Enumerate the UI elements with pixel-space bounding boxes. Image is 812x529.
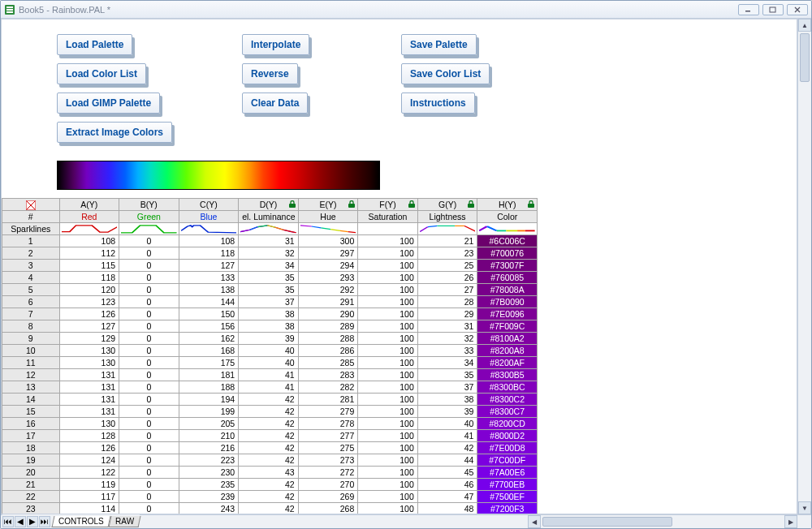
data-rows[interactable]: 110801083130010021#6C006C211201183229710… (2, 235, 538, 514)
cell-lightness[interactable]: 38 (417, 394, 477, 406)
cell-color[interactable]: #6C006C (477, 235, 538, 247)
cell-lightness[interactable]: 25 (417, 260, 477, 272)
table-row[interactable]: 411801333529310026#760085 (2, 272, 538, 284)
cell-green[interactable]: 0 (119, 442, 179, 454)
cell-red[interactable]: 117 (59, 491, 119, 503)
col-header-C[interactable]: C(Y) (179, 199, 239, 211)
col-header-F[interactable]: F(Y) (358, 199, 418, 211)
close-button[interactable] (787, 4, 808, 15)
cell-blue[interactable]: 188 (179, 381, 239, 394)
cell-lightness[interactable]: 39 (417, 406, 477, 418)
cell-green[interactable]: 0 (119, 308, 179, 320)
cell-hue[interactable]: 269 (298, 491, 358, 503)
cell-green[interactable]: 0 (119, 406, 179, 418)
row-header[interactable]: 8 (2, 320, 60, 333)
row-header[interactable]: 1 (2, 235, 60, 247)
col-label-luminance[interactable]: el. Luminance (239, 211, 299, 223)
col-label-lightness[interactable]: Lightness (417, 211, 477, 223)
table-row[interactable]: 2111902354227010046#7700EB (2, 479, 538, 491)
cell-red[interactable]: 123 (59, 296, 119, 308)
table-row[interactable]: 712601503829010029#7E0096 (2, 308, 538, 320)
cell-red[interactable]: 114 (59, 503, 119, 514)
cell-color[interactable]: #8300BC (477, 381, 538, 394)
cell-green[interactable]: 0 (119, 381, 179, 394)
table-row[interactable]: 812701563828910031#7F009C (2, 320, 538, 333)
cell-blue[interactable]: 156 (179, 320, 239, 333)
cell-green[interactable]: 0 (119, 491, 179, 503)
cell-green[interactable]: 0 (119, 320, 179, 333)
tab-raw[interactable]: RAW (108, 516, 140, 527)
cell-saturation[interactable]: 100 (358, 235, 418, 247)
cell-color[interactable]: #8200AF (477, 357, 538, 369)
row-header[interactable]: 18 (2, 442, 60, 454)
cell-saturation[interactable]: 100 (358, 479, 418, 491)
tab-last-button[interactable]: ⏭ (39, 516, 50, 527)
cell-luminance[interactable]: 40 (239, 357, 299, 369)
cell-lightness[interactable]: 44 (417, 454, 477, 467)
cell-lightness[interactable]: 41 (417, 430, 477, 442)
table-row[interactable]: 512001383529210027#78008A (2, 284, 538, 296)
row-header[interactable]: 13 (2, 381, 60, 394)
cell-lightness[interactable]: 29 (417, 308, 477, 320)
cell-blue[interactable]: 239 (179, 491, 239, 503)
cell-color[interactable]: #7E00D8 (477, 442, 538, 454)
cell-luminance[interactable]: 34 (239, 260, 299, 272)
table-row[interactable]: 1013001684028610033#8200A8 (2, 345, 538, 357)
table-row[interactable]: 1513101994227910039#8300C7 (2, 406, 538, 418)
cell-luminance[interactable]: 41 (239, 369, 299, 381)
cell-luminance[interactable]: 32 (239, 247, 299, 260)
col-label-blue[interactable]: Blue (179, 211, 239, 223)
cell-luminance[interactable]: 42 (239, 491, 299, 503)
cell-color[interactable]: #7B0090 (477, 296, 538, 308)
sparklines-header[interactable]: Sparklines (2, 223, 60, 235)
table-row[interactable]: 110801083130010021#6C006C (2, 235, 538, 247)
cell-luminance[interactable]: 42 (239, 394, 299, 406)
cell-red[interactable]: 127 (59, 320, 119, 333)
cell-hue[interactable]: 281 (298, 394, 358, 406)
cell-luminance[interactable]: 37 (239, 296, 299, 308)
cell-color[interactable]: #7A00E6 (477, 467, 538, 479)
cell-saturation[interactable]: 100 (358, 503, 418, 514)
cell-hue[interactable]: 293 (298, 272, 358, 284)
table-row[interactable]: 1613002054227810040#8200CD (2, 418, 538, 430)
cell-saturation[interactable]: 100 (358, 381, 418, 394)
row-header[interactable]: 7 (2, 308, 60, 320)
cell-blue[interactable]: 235 (179, 479, 239, 491)
cell-saturation[interactable]: 100 (358, 491, 418, 503)
col-label-color[interactable]: Color (477, 211, 538, 223)
row-header[interactable]: 3 (2, 260, 60, 272)
scroll-down-button[interactable]: ▼ (798, 501, 811, 514)
cell-blue[interactable]: 168 (179, 345, 239, 357)
cell-hue[interactable]: 277 (298, 430, 358, 442)
cell-blue[interactable]: 118 (179, 247, 239, 260)
cell-luminance[interactable]: 42 (239, 406, 299, 418)
cell-red[interactable]: 130 (59, 418, 119, 430)
cell-luminance[interactable]: 41 (239, 381, 299, 394)
cell-color[interactable]: #7E0096 (477, 308, 538, 320)
save-palette-button[interactable]: Save Palette (401, 34, 477, 55)
cell-color[interactable]: #73007F (477, 260, 538, 272)
cell-color[interactable]: #7F009C (477, 320, 538, 333)
scroll-up-button[interactable]: ▲ (798, 19, 811, 32)
cell-red[interactable]: 131 (59, 369, 119, 381)
col-header-D[interactable]: D(Y) (239, 199, 299, 211)
cell-lightness[interactable]: 31 (417, 320, 477, 333)
cell-color[interactable]: #7C00DF (477, 454, 538, 467)
cell-color[interactable]: #8300C7 (477, 406, 538, 418)
cell-color[interactable]: #7200F3 (477, 503, 538, 514)
cell-blue[interactable]: 150 (179, 308, 239, 320)
col-label-red[interactable]: Red (59, 211, 119, 223)
save-color-list-button[interactable]: Save Color List (401, 63, 490, 84)
cell-hue[interactable]: 272 (298, 467, 358, 479)
cell-red[interactable]: 126 (59, 308, 119, 320)
cell-red[interactable]: 131 (59, 406, 119, 418)
cell-blue[interactable]: 144 (179, 296, 239, 308)
extract-image-colors-button[interactable]: Extract Image Colors (57, 122, 172, 143)
cell-saturation[interactable]: 100 (358, 369, 418, 381)
cell-hue[interactable]: 294 (298, 260, 358, 272)
cell-blue[interactable]: 175 (179, 357, 239, 369)
load-color-list-button[interactable]: Load Color List (57, 63, 146, 84)
cell-red[interactable]: 108 (59, 235, 119, 247)
cell-color[interactable]: #760085 (477, 272, 538, 284)
cell-luminance[interactable]: 42 (239, 418, 299, 430)
